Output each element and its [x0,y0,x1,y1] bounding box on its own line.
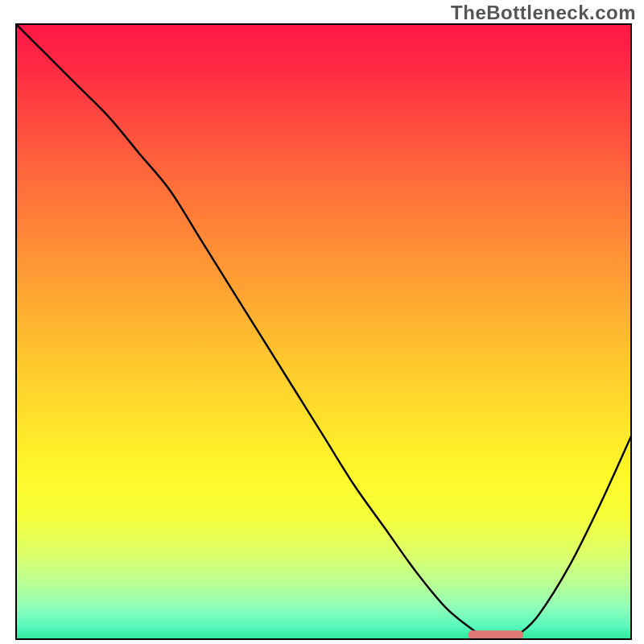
chart-svg [0,0,644,644]
watermark-text: TheBottleneck.com [451,2,636,24]
marker-bar [469,630,524,639]
chart-stage: TheBottleneck.com [0,0,644,644]
